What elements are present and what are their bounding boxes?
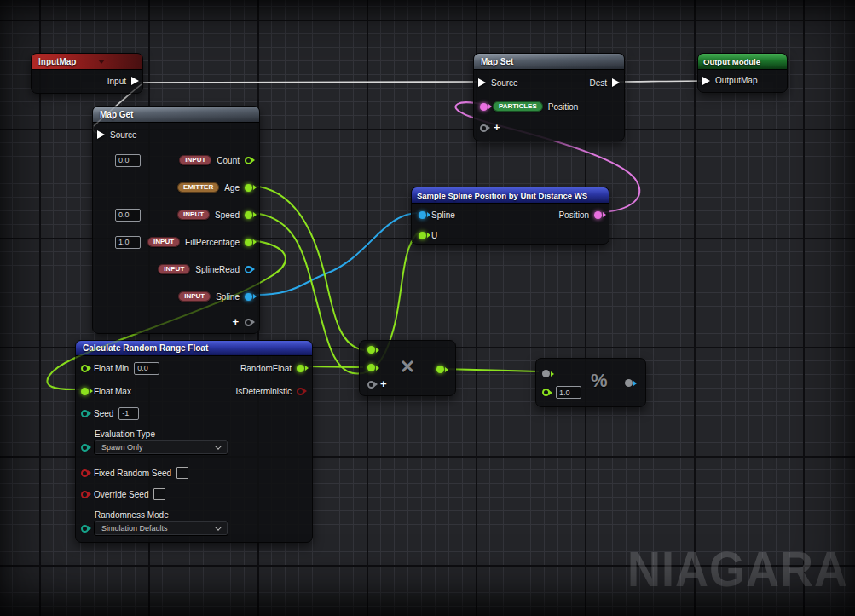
spline-input-label: Spline	[431, 210, 455, 220]
emitter-badge: EMITTER	[177, 182, 219, 193]
modulo-b-input[interactable]	[556, 386, 581, 399]
chevron-down-icon	[215, 523, 222, 530]
niagara-graph-canvas[interactable]: NIAGARA InputMap Input Map Get Source	[0, 0, 855, 616]
float-min-pin[interactable]	[81, 365, 89, 372]
randomfloat-label: RandomFloat	[240, 364, 292, 373]
evaluation-type-value: Spawn Only	[101, 443, 143, 452]
speed-pin[interactable]	[245, 211, 252, 219]
fixed-random-seed-checkbox[interactable]	[176, 467, 188, 479]
isdeterministic-label: IsDeterministic	[235, 387, 292, 396]
age-pin-label: Age	[224, 183, 240, 193]
source-pin-label: Source	[491, 78, 518, 88]
spline-input-pin[interactable]	[419, 211, 426, 219]
evaluation-type-dropdown[interactable]: Spawn Only	[94, 440, 228, 455]
input-badge: INPUT	[178, 291, 211, 302]
map-set-header[interactable]: Map Set	[474, 54, 624, 70]
add-pin-button[interactable]: +	[494, 124, 500, 132]
randomness-mode-value: Simulation Defaults	[101, 524, 168, 533]
node-map-get[interactable]: Map Get Source INPUT Count EMITTER Age I…	[92, 106, 260, 334]
position-output-pin[interactable]	[594, 211, 602, 219]
map-set-source-pin[interactable]	[478, 78, 486, 87]
node-sample-spline[interactable]: Sample Spline Position by Unit Distance …	[411, 187, 609, 245]
sample-spline-header[interactable]: Sample Spline Position by Unit Distance …	[412, 187, 609, 204]
calc-random-title: Calculate Random Range Float	[83, 343, 208, 353]
speed-pin-label: Speed	[215, 210, 240, 220]
input-pin-label: Input	[107, 77, 126, 86]
chevron-down-icon[interactable]	[98, 60, 105, 64]
fixed-random-seed-label: Fixed Random Seed	[94, 469, 171, 478]
add-pin-button[interactable]: +	[232, 318, 239, 326]
sample-spline-title: Sample Spline Position by Unit Distance …	[417, 191, 587, 200]
splineread-pin-label: SplineRead	[195, 265, 240, 274]
node-modulo[interactable]: %	[535, 358, 646, 407]
count-default-input[interactable]	[115, 154, 141, 167]
wire-input-to-mapset-source	[134, 82, 477, 83]
input-badge: INPUT	[179, 155, 211, 165]
outputmap-pin[interactable]	[702, 77, 710, 85]
multiply-input-a-pin[interactable]	[367, 346, 375, 354]
input-map-output-pin[interactable]	[131, 77, 139, 85]
float-min-input[interactable]	[134, 362, 159, 375]
count-pin[interactable]	[245, 157, 252, 164]
fillpercentage-pin[interactable]	[245, 239, 252, 246]
randomfloat-pin[interactable]	[297, 365, 304, 372]
count-pin-label: Count	[217, 156, 240, 165]
splineread-pin[interactable]	[245, 266, 252, 273]
spline-pin[interactable]	[245, 293, 252, 301]
input-badge: INPUT	[147, 237, 180, 247]
input-badge: INPUT	[177, 210, 210, 220]
dest-pin-label: Dest	[589, 78, 607, 88]
seed-input[interactable]	[118, 407, 139, 420]
wire-multiply-to-modulo	[442, 369, 539, 371]
node-map-set[interactable]: Map Set Source Dest PARTICLES Position +	[473, 53, 625, 141]
add-pin-button[interactable]: +	[380, 380, 387, 389]
float-max-label: Float Max	[94, 387, 131, 396]
node-output-module[interactable]: Output Module OutputMap	[697, 53, 788, 93]
node-multiply[interactable]: ✕ +	[359, 340, 456, 396]
input-map-header[interactable]: InputMap	[32, 54, 142, 70]
u-input-label: U	[431, 231, 437, 240]
override-seed-pin[interactable]	[81, 491, 89, 498]
modulo-input-a-pin[interactable]	[542, 370, 550, 377]
override-seed-checkbox[interactable]	[153, 488, 165, 500]
seed-label: Seed	[94, 409, 113, 418]
modulo-input-b-pin[interactable]	[542, 389, 550, 396]
outputmap-pin-label: OutputMap	[715, 76, 757, 85]
wire-spline-to-samplespline	[252, 213, 417, 295]
modulo-symbol: %	[591, 370, 608, 392]
output-module-header[interactable]: Output Module	[698, 54, 787, 70]
particles-badge: PARTICLES	[493, 101, 543, 112]
seed-pin[interactable]	[81, 410, 89, 417]
float-min-label: Float Min	[94, 364, 129, 373]
position-pin-label: Position	[548, 102, 579, 112]
randomness-mode-dropdown[interactable]: Simulation Defaults	[94, 521, 228, 536]
input-badge: INPUT	[158, 264, 190, 274]
map-get-title: Map Get	[100, 110, 133, 119]
evaluation-type-label: Evaluation Type	[95, 429, 155, 439]
multiply-add-pin[interactable]	[367, 381, 375, 389]
position-pin[interactable]	[480, 103, 488, 111]
calc-random-header[interactable]: Calculate Random Range Float	[76, 341, 312, 356]
float-max-pin[interactable]	[81, 388, 89, 395]
evaluation-type-pin[interactable]	[81, 444, 89, 452]
add-pin[interactable]	[245, 319, 252, 326]
map-set-dest-pin[interactable]	[612, 78, 620, 87]
u-input-pin[interactable]	[419, 232, 426, 239]
add-pin[interactable]	[480, 124, 488, 132]
node-input-map[interactable]: InputMap Input	[31, 53, 143, 94]
node-calculate-random-range-float[interactable]: Calculate Random Range Float Float Min R…	[75, 340, 313, 543]
randomness-mode-pin[interactable]	[81, 525, 89, 533]
map-get-header[interactable]: Map Get	[93, 107, 259, 123]
map-get-source-pin[interactable]	[97, 130, 105, 139]
age-pin[interactable]	[245, 184, 252, 192]
fillpercentage-default-input[interactable]	[115, 236, 141, 249]
source-pin-label: Source	[110, 130, 137, 140]
multiply-symbol: ✕	[360, 356, 455, 378]
fixed-random-seed-pin[interactable]	[81, 469, 89, 477]
speed-default-input[interactable]	[115, 209, 141, 222]
chevron-down-icon	[215, 442, 222, 449]
isdeterministic-pin[interactable]	[297, 388, 304, 395]
spline-pin-label: Spline	[216, 292, 240, 302]
modulo-output-pin[interactable]	[625, 379, 633, 387]
output-module-title: Output Module	[703, 57, 760, 66]
